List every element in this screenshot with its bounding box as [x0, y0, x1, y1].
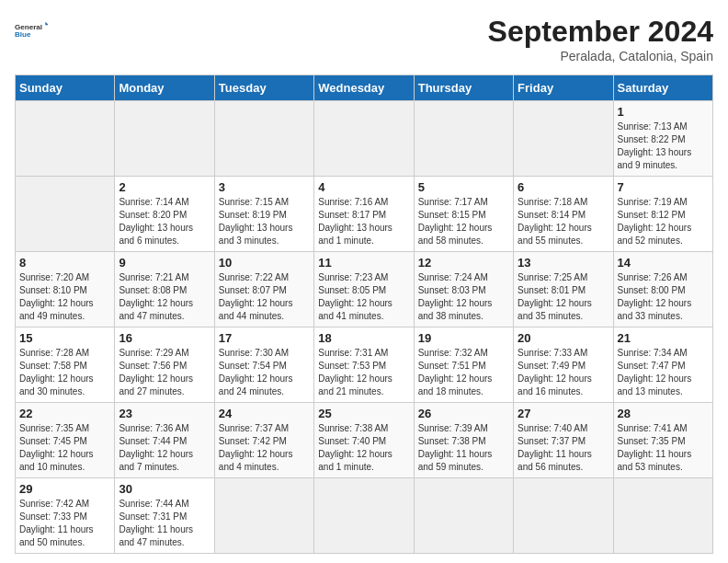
calendar-row: 2 Sunrise: 7:14 AMSunset: 8:20 PMDayligh…: [16, 177, 713, 252]
calendar-cell: 27 Sunrise: 7:40 AMSunset: 7:37 PMDaylig…: [514, 403, 613, 478]
calendar-cell: 13 Sunrise: 7:25 AMSunset: 8:01 PMDaylig…: [514, 252, 613, 327]
day-detail: Sunrise: 7:14 AMSunset: 8:20 PMDaylight:…: [119, 197, 193, 246]
calendar-cell: 18 Sunrise: 7:31 AMSunset: 7:53 PMDaylig…: [314, 327, 414, 403]
day-number: 11: [318, 256, 409, 270]
calendar-cell: 8 Sunrise: 7:20 AMSunset: 8:10 PMDayligh…: [16, 252, 115, 327]
day-number: 22: [19, 407, 110, 420]
day-number: 30: [119, 482, 210, 496]
day-detail: Sunrise: 7:23 AMSunset: 8:05 PMDaylight:…: [318, 272, 392, 321]
day-number: 7: [618, 180, 709, 194]
day-number: 23: [119, 407, 210, 420]
day-detail: Sunrise: 7:44 AMSunset: 7:31 PMDaylight:…: [119, 499, 193, 547]
title-block: September 2024 Peralada, Catalonia, Spai…: [488, 15, 713, 63]
day-detail: Sunrise: 7:19 AMSunset: 8:12 PMDaylight:…: [618, 197, 692, 246]
day-number: 8: [19, 256, 110, 270]
day-detail: Sunrise: 7:28 AMSunset: 7:58 PMDaylight:…: [19, 348, 94, 396]
calendar-cell: [414, 478, 513, 554]
svg-marker-2: [45, 22, 48, 26]
day-detail: Sunrise: 7:33 AMSunset: 7:49 PMDaylight:…: [518, 348, 592, 396]
calendar-row: 29 Sunrise: 7:42 AMSunset: 7:33 PMDaylig…: [16, 478, 713, 554]
calendar-row: 8 Sunrise: 7:20 AMSunset: 8:10 PMDayligh…: [16, 252, 713, 327]
calendar-row: 22 Sunrise: 7:35 AMSunset: 7:45 PMDaylig…: [16, 403, 713, 478]
day-number: 26: [418, 407, 509, 420]
day-number: 10: [219, 256, 310, 270]
calendar-cell: 29 Sunrise: 7:42 AMSunset: 7:33 PMDaylig…: [16, 478, 115, 554]
svg-text:General: General: [15, 23, 42, 31]
day-detail: Sunrise: 7:21 AMSunset: 8:08 PMDaylight:…: [119, 272, 193, 321]
day-detail: Sunrise: 7:34 AMSunset: 7:47 PMDaylight:…: [618, 348, 692, 396]
day-number: 25: [318, 407, 409, 420]
day-number: 24: [219, 407, 310, 420]
day-detail: Sunrise: 7:15 AMSunset: 8:19 PMDaylight:…: [219, 197, 293, 246]
calendar-cell: 7 Sunrise: 7:19 AMSunset: 8:12 PMDayligh…: [613, 177, 712, 252]
day-detail: Sunrise: 7:20 AMSunset: 8:10 PMDaylight:…: [19, 272, 94, 321]
day-number: 1: [618, 105, 709, 119]
day-number: 20: [518, 331, 609, 345]
day-number: 29: [19, 482, 110, 496]
day-detail: Sunrise: 7:17 AMSunset: 8:15 PMDaylight:…: [418, 197, 493, 246]
day-detail: Sunrise: 7:22 AMSunset: 8:07 PMDaylight:…: [219, 272, 293, 321]
day-number: 16: [119, 331, 210, 345]
calendar-cell: 16 Sunrise: 7:29 AMSunset: 7:56 PMDaylig…: [115, 327, 214, 403]
calendar-cell: [314, 478, 414, 554]
calendar-row: 15 Sunrise: 7:28 AMSunset: 7:58 PMDaylig…: [16, 327, 713, 403]
day-detail: Sunrise: 7:25 AMSunset: 8:01 PMDaylight:…: [518, 272, 592, 321]
calendar-cell: 30 Sunrise: 7:44 AMSunset: 7:31 PMDaylig…: [115, 478, 214, 554]
day-detail: Sunrise: 7:35 AMSunset: 7:45 PMDaylight:…: [19, 423, 94, 472]
day-number: 5: [418, 180, 509, 194]
day-detail: Sunrise: 7:42 AMSunset: 7:33 PMDaylight:…: [19, 499, 94, 547]
day-detail: Sunrise: 7:24 AMSunset: 8:03 PMDaylight:…: [418, 272, 493, 321]
calendar-cell: 10 Sunrise: 7:22 AMSunset: 8:07 PMDaylig…: [214, 252, 313, 327]
day-number: 2: [119, 180, 210, 194]
calendar-cell: 22 Sunrise: 7:35 AMSunset: 7:45 PMDaylig…: [16, 403, 115, 478]
day-detail: Sunrise: 7:26 AMSunset: 8:00 PMDaylight:…: [618, 272, 692, 321]
calendar-row: 1 Sunrise: 7:13 AMSunset: 8:22 PMDayligh…: [16, 101, 713, 177]
empty-cell: [214, 101, 313, 177]
calendar-cell: [214, 478, 313, 554]
day-number: 27: [518, 407, 609, 420]
header-cell-friday: Friday: [514, 75, 613, 101]
header-row: SundayMondayTuesdayWednesdayThursdayFrid…: [16, 75, 713, 101]
calendar-cell: 3 Sunrise: 7:15 AMSunset: 8:19 PMDayligh…: [214, 177, 313, 252]
day-detail: Sunrise: 7:29 AMSunset: 7:56 PMDaylight:…: [119, 348, 193, 396]
calendar-cell: 4 Sunrise: 7:16 AMSunset: 8:17 PMDayligh…: [314, 177, 414, 252]
empty-cell: [16, 177, 115, 252]
calendar-cell: 5 Sunrise: 7:17 AMSunset: 8:15 PMDayligh…: [414, 177, 513, 252]
logo-svg: General Blue: [15, 15, 48, 48]
day-number: 13: [518, 256, 609, 270]
day-number: 28: [618, 407, 709, 420]
calendar-cell: [613, 478, 712, 554]
empty-cell: [314, 101, 414, 177]
day-number: 17: [219, 331, 310, 345]
calendar-cell: 24 Sunrise: 7:37 AMSunset: 7:42 PMDaylig…: [214, 403, 313, 478]
calendar-cell: 15 Sunrise: 7:28 AMSunset: 7:58 PMDaylig…: [16, 327, 115, 403]
calendar-cell: 17 Sunrise: 7:30 AMSunset: 7:54 PMDaylig…: [214, 327, 313, 403]
day-detail: Sunrise: 7:37 AMSunset: 7:42 PMDaylight:…: [219, 423, 293, 472]
header-cell-saturday: Saturday: [613, 75, 712, 101]
calendar-cell: 11 Sunrise: 7:23 AMSunset: 8:05 PMDaylig…: [314, 252, 414, 327]
day-number: 21: [618, 331, 709, 345]
subtitle: Peralada, Catalonia, Spain: [488, 49, 713, 63]
calendar-cell: 6 Sunrise: 7:18 AMSunset: 8:14 PMDayligh…: [514, 177, 613, 252]
calendar-cell: 9 Sunrise: 7:21 AMSunset: 8:08 PMDayligh…: [115, 252, 214, 327]
day-detail: Sunrise: 7:16 AMSunset: 8:17 PMDaylight:…: [318, 197, 392, 246]
header: General Blue September 2024 Peralada, Ca…: [15, 15, 713, 63]
day-number: 3: [219, 180, 310, 194]
day-number: 19: [418, 331, 509, 345]
calendar-cell: [514, 478, 613, 554]
header-cell-monday: Monday: [115, 75, 214, 101]
header-cell-wednesday: Wednesday: [314, 75, 414, 101]
calendar-cell: 26 Sunrise: 7:39 AMSunset: 7:38 PMDaylig…: [414, 403, 513, 478]
calendar-cell: 20 Sunrise: 7:33 AMSunset: 7:49 PMDaylig…: [514, 327, 613, 403]
day-detail: Sunrise: 7:30 AMSunset: 7:54 PMDaylight:…: [219, 348, 293, 396]
header-cell-sunday: Sunday: [16, 75, 115, 101]
day-detail: Sunrise: 7:39 AMSunset: 7:38 PMDaylight:…: [418, 423, 493, 472]
day-detail: Sunrise: 7:36 AMSunset: 7:44 PMDaylight:…: [119, 423, 193, 472]
day-number: 6: [518, 180, 609, 194]
calendar-cell: 2 Sunrise: 7:14 AMSunset: 8:20 PMDayligh…: [115, 177, 214, 252]
header-cell-tuesday: Tuesday: [214, 75, 313, 101]
day-detail: Sunrise: 7:40 AMSunset: 7:37 PMDaylight:…: [518, 423, 592, 472]
calendar-cell: 1 Sunrise: 7:13 AMSunset: 8:22 PMDayligh…: [613, 101, 712, 177]
empty-cell: [414, 101, 513, 177]
empty-cell: [514, 101, 613, 177]
